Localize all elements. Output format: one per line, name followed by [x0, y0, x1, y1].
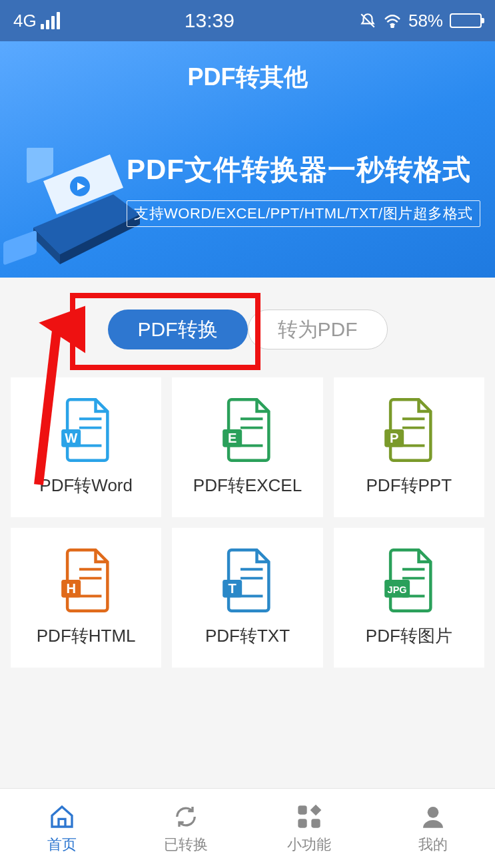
- svg-rect-10: [3, 230, 37, 266]
- tool-label: PDF转PPT: [366, 474, 452, 497]
- tool-card[interactable]: P PDF转PPT: [334, 377, 484, 517]
- tool-card[interactable]: T PDF转TXT: [172, 528, 322, 668]
- svg-text:P: P: [390, 430, 398, 445]
- nav-label: 首页: [47, 835, 77, 855]
- file-icon: W: [59, 398, 113, 462]
- tool-label: PDF转图片: [366, 624, 452, 648]
- nav-converted[interactable]: 已转换: [124, 789, 248, 868]
- status-right: 58%: [359, 11, 482, 31]
- tool-label: PDF转HTML: [37, 624, 136, 648]
- tabs: PDF转换 转为PDF: [0, 310, 495, 349]
- status-bar: 4G 13:39 58%: [0, 0, 495, 41]
- mute-icon: [359, 12, 376, 29]
- file-icon: JPG: [382, 548, 436, 612]
- file-icon: T: [221, 548, 274, 612]
- nav-label: 小功能: [287, 835, 331, 855]
- tab-pdf-convert[interactable]: PDF转换: [108, 310, 248, 349]
- svg-point-1: [391, 25, 393, 27]
- svg-rect-8: [27, 148, 53, 184]
- wifi-icon: [383, 13, 402, 28]
- header-banner: PDF转其他 PDF文件转换器一秒转格式 支持WORD/EXCEL/PPT/HT…: [0, 41, 495, 278]
- tab-to-pdf[interactable]: 转为PDF: [248, 310, 388, 349]
- nav-tools[interactable]: 小功能: [248, 789, 372, 868]
- svg-text:E: E: [228, 430, 237, 445]
- nav-label: 我的: [418, 835, 448, 855]
- status-network: 4G: [13, 11, 60, 31]
- banner-subtext: 支持WORD/EXCEL/PPT/HTML/TXT/图片超多格式: [134, 205, 473, 222]
- tool-label: PDF转Word: [39, 474, 133, 497]
- svg-text:JPG: JPG: [387, 584, 406, 594]
- tool-card[interactable]: W PDF转Word: [11, 377, 161, 517]
- home-icon: [48, 803, 76, 831]
- tool-label: PDF转TXT: [205, 624, 290, 648]
- tool-label: PDF转EXCEL: [193, 474, 302, 497]
- file-icon: E: [221, 398, 274, 462]
- apps-icon: [295, 803, 323, 831]
- banner-headline: PDF文件转换器一秒转格式: [127, 151, 488, 188]
- tool-card[interactable]: H PDF转HTML: [11, 528, 161, 668]
- svg-text:T: T: [229, 580, 237, 595]
- status-time: 13:39: [185, 9, 235, 32]
- svg-marker-46: [310, 804, 322, 815]
- network-type: 4G: [13, 11, 37, 31]
- svg-rect-43: [298, 805, 307, 814]
- svg-rect-45: [312, 819, 320, 827]
- file-icon: H: [59, 548, 113, 612]
- bottom-nav: 首页 已转换 小功能 我的: [0, 788, 495, 868]
- nav-profile[interactable]: 我的: [371, 789, 495, 868]
- nav-home[interactable]: 首页: [0, 789, 124, 868]
- tool-card[interactable]: JPG PDF转图片: [334, 528, 484, 668]
- nav-label: 已转换: [164, 835, 208, 855]
- svg-text:W: W: [65, 430, 77, 445]
- battery-pct: 58%: [408, 11, 443, 31]
- tool-card[interactable]: E PDF转EXCEL: [172, 377, 322, 517]
- file-icon: P: [382, 398, 436, 462]
- svg-text:H: H: [67, 580, 77, 595]
- refresh-icon: [172, 803, 200, 831]
- svg-point-47: [428, 807, 439, 818]
- svg-rect-44: [298, 819, 307, 827]
- page-title: PDF转其他: [0, 41, 495, 94]
- person-icon: [419, 803, 447, 831]
- signal-icon: [41, 12, 60, 29]
- laptop-illustration: [0, 148, 147, 278]
- tools-grid: W PDF转Word E PDF转EXCEL P PDF转PPT H PDF转H…: [11, 377, 484, 668]
- battery-icon: [450, 13, 482, 28]
